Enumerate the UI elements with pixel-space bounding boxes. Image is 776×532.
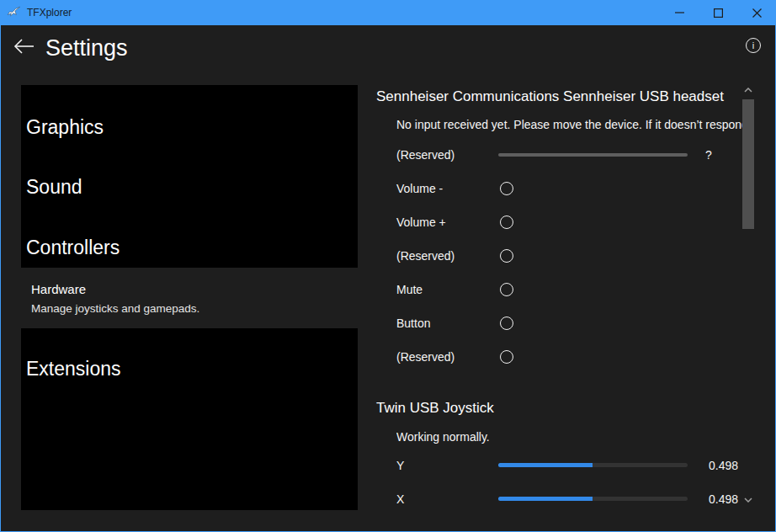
settings-category-panel: Graphics Sound Controllers: [21, 85, 358, 268]
control-label: Volume -: [396, 182, 443, 195]
app-window: TFXplorer Settings i Graphics Sound Cont…: [0, 0, 776, 532]
axis-value: 0.498: [709, 492, 738, 506]
device-status: Working normally.: [396, 428, 742, 445]
scrollbar-thumb[interactable]: [742, 99, 754, 229]
hardware-title: Hardware: [31, 281, 86, 297]
control-row: (Reserved) ?: [376, 146, 738, 164]
button-state-radio[interactable]: [500, 215, 513, 229]
window-border-left: [0, 25, 1, 532]
axis-slider[interactable]: [498, 497, 688, 501]
extensions-panel: Extensions: [21, 328, 358, 510]
info-icon: i: [752, 41, 754, 51]
scroll-up-button[interactable]: [742, 84, 754, 96]
control-row: Mute: [376, 280, 738, 299]
button-state-radio[interactable]: [500, 317, 513, 330]
control-label: Volume +: [396, 215, 446, 229]
control-row: Y 0.498: [376, 456, 738, 475]
minimize-button[interactable]: [660, 0, 699, 25]
control-label: (Reserved): [396, 148, 454, 162]
axis-slider-fill: [498, 497, 593, 501]
window-controls: [660, 0, 776, 25]
button-state-radio[interactable]: [500, 350, 513, 364]
app-plane-icon: [7, 6, 21, 20]
window-title: TFXplorer: [27, 7, 72, 19]
control-row: Button: [376, 314, 738, 332]
chevron-down-icon: [744, 497, 752, 503]
control-row: Volume -: [376, 179, 738, 198]
maximize-button[interactable]: [699, 0, 737, 25]
sidebar-item-controllers[interactable]: Controllers: [26, 238, 120, 258]
device-name: Twin USB Joystick: [376, 399, 494, 418]
control-row: (Reserved): [376, 247, 738, 265]
chevron-up-icon: [744, 88, 752, 93]
axis-slider[interactable]: [498, 463, 688, 467]
sidebar-item-extensions[interactable]: Extensions: [26, 359, 121, 379]
info-button[interactable]: i: [746, 38, 761, 53]
control-label: Mute: [396, 283, 423, 296]
titlebar[interactable]: TFXplorer: [0, 0, 776, 25]
control-label: Button: [396, 317, 430, 330]
unknown-value: ?: [705, 148, 712, 162]
sidebar-item-sound[interactable]: Sound: [26, 178, 82, 197]
axis-label: X: [396, 492, 404, 506]
control-row: Volume +: [376, 213, 738, 231]
control-label: (Reserved): [396, 249, 454, 263]
device-status: No input received yet. Please move the d…: [396, 116, 742, 133]
close-button[interactable]: [737, 0, 776, 25]
axis-label: Y: [396, 459, 404, 472]
axis-value: 0.498: [709, 459, 738, 472]
axis-slider-fill: [498, 463, 593, 467]
device-name: Sennheiser Communications Sennheiser USB…: [376, 88, 724, 106]
page-title: Settings: [45, 35, 128, 61]
button-state-radio[interactable]: [500, 182, 513, 195]
button-state-radio[interactable]: [500, 283, 513, 296]
back-button[interactable]: [11, 35, 36, 57]
unknown-axis-slider[interactable]: [498, 153, 688, 157]
control-row: X 0.498: [376, 490, 738, 508]
hardware-subtitle: Manage joysticks and gamepads.: [31, 301, 199, 316]
button-state-radio[interactable]: [500, 249, 513, 263]
sidebar-item-hardware[interactable]: Hardware Manage joysticks and gamepads.: [21, 281, 358, 322]
control-label: (Reserved): [396, 350, 454, 364]
scroll-down-button[interactable]: [742, 494, 754, 506]
sidebar-item-graphics[interactable]: Graphics: [26, 118, 104, 137]
control-row: (Reserved): [376, 348, 738, 366]
